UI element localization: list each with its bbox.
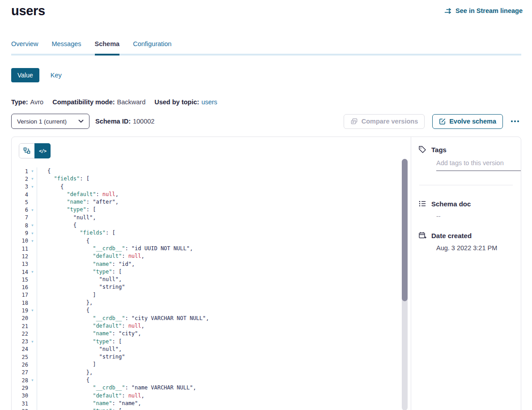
code-line[interactable]: 7 "null", [12,214,411,222]
code-line[interactable]: 11 "__crdb__": "id UUID NOT NULL", [12,245,411,252]
tree-view-icon [23,147,30,154]
date-created-heading: Date created [418,231,514,239]
editor-scrollbar-thumb[interactable] [402,159,408,301]
more-actions-button[interactable] [509,114,521,129]
fold-toggle-icon[interactable]: ▾ [28,167,37,175]
line-number: 23 [12,338,28,345]
code-line[interactable]: 31 "name": "name", [12,400,411,407]
fold-toggle-icon[interactable]: ▾ [28,183,37,191]
topic-users-link[interactable]: users [201,98,217,106]
edit-icon [439,118,446,125]
fold-toggle-icon[interactable]: ▾ [28,206,37,214]
line-number: 29 [12,385,28,391]
line-number: 21 [12,323,28,329]
line-number: 7 [12,214,28,221]
code-line[interactable]: 28▾ { [12,376,411,384]
schema-code-editor[interactable]: </> 1▾{2▾ "fields": [3▾ {4 "default": nu… [12,137,411,410]
code-line[interactable]: 21 "default": null, [12,322,411,330]
line-number: 14 [12,269,28,275]
code-line[interactable]: 4 "default": null, [12,191,411,198]
code-line[interactable]: 9▾ "fields": [ [12,229,411,237]
tree-view-button[interactable] [19,144,34,158]
compare-versions-button[interactable]: Compare versions [344,114,425,129]
code-line[interactable]: 16 "string" [12,283,411,291]
line-number: 10 [12,238,28,244]
meta-compatibility: Compatibility mode:Backward [52,98,145,106]
editor-scrollbar-track[interactable] [402,159,408,410]
code-line[interactable]: 17 ] [12,291,411,299]
add-tags-input[interactable] [436,159,521,171]
code-line[interactable]: 30 "default": null, [12,392,411,400]
stream-lineage-link[interactable]: See in Stream lineage [444,7,523,14]
code-line[interactable]: 27 }, [12,369,411,376]
code-line[interactable]: 20 "__crdb__": "city VARCHAR NOT NULL", [12,315,411,322]
fold-toggle-icon[interactable]: ▾ [28,230,37,237]
meta-topic: Used by topic:users [154,98,217,106]
line-number: 26 [12,362,28,368]
code-line[interactable]: 26 ] [12,361,411,368]
page-title: users [11,4,45,18]
code-line[interactable]: 13 "name": "id", [12,261,411,268]
date-created-value: Aug. 3 2022 3:21 PM [436,244,514,252]
code-line[interactable]: 1▾{ [12,167,411,175]
line-number: 13 [12,261,28,267]
version-select[interactable]: Version 1 (current) [11,114,89,129]
fold-toggle-icon[interactable]: ▾ [28,268,37,276]
tab-overview[interactable]: Overview [11,40,38,54]
line-number: 3 [12,184,28,190]
fold-toggle-icon[interactable]: ▾ [28,407,37,410]
key-tab-link[interactable]: Key [51,72,62,79]
code-line[interactable]: 15 "null", [12,276,411,283]
code-line[interactable]: 22 "name": "city", [12,330,411,337]
versions-icon [350,118,358,125]
code-line[interactable]: 10▾ { [12,237,411,245]
value-tab-button[interactable]: Value [11,68,39,82]
line-number: 16 [12,284,28,290]
code-line[interactable]: 6▾ "type": [ [12,206,411,214]
fold-toggle-icon[interactable]: ▾ [28,376,37,384]
tab-configuration[interactable]: Configuration [133,40,171,54]
line-number: 19 [12,308,28,314]
schema-doc-section: Schema doc -- [418,200,514,220]
code-view-button[interactable]: </> [34,143,51,158]
stream-lineage-icon [444,8,452,14]
line-number: 22 [12,331,28,337]
code-line[interactable]: 32▾ "type": [ [12,407,411,410]
line-number: 12 [12,253,28,260]
code-line[interactable]: 25 "string" [12,353,411,361]
code-line[interactable]: 3▾ { [12,183,411,191]
code-line[interactable]: 8▾ { [12,222,411,229]
editor-view-toggle: </> [19,143,51,158]
evolve-schema-button[interactable]: Evolve schema [432,114,503,129]
fold-toggle-icon[interactable]: ▾ [28,175,37,183]
code-line[interactable]: 19▾ { [12,307,411,314]
fold-toggle-icon[interactable]: ▾ [28,237,37,245]
code-line[interactable]: 18 }, [12,299,411,307]
line-number: 32 [12,408,28,410]
calendar-icon [418,231,426,239]
line-number: 30 [12,393,28,399]
schema-page: { "header": { "title": "users", "lineage… [0,0,532,410]
code-line[interactable]: 12 "default": null, [12,252,411,260]
line-number: 6 [12,207,28,213]
schema-panel: </> 1▾{2▾ "fields": [3▾ {4 "default": nu… [11,137,521,410]
tab-bar: Overview Messages Schema Configuration [11,40,521,56]
line-number: 9 [12,230,28,236]
fold-toggle-icon[interactable]: ▾ [28,222,37,229]
code-line[interactable]: 24 "null", [12,346,411,353]
line-number: 15 [12,277,28,283]
code-line[interactable]: 14▾ "type": [ [12,268,411,276]
tab-schema[interactable]: Schema [95,40,120,54]
code-line[interactable]: 23▾ "type": [ [12,338,411,346]
code-line[interactable]: 5 "name": "after", [12,198,411,206]
schema-meta: Type:Avro Compatibility mode:Backward Us… [11,98,217,106]
fold-toggle-icon[interactable]: ▾ [28,338,37,346]
line-number: 5 [12,199,28,205]
code-line[interactable]: 29 "__crdb__": "name VARCHAR NULL", [12,384,411,392]
line-number: 18 [12,300,28,306]
schema-id: Schema ID:100002 [95,118,154,125]
tab-messages[interactable]: Messages [51,40,81,54]
line-number: 4 [12,192,28,198]
fold-toggle-icon[interactable]: ▾ [28,307,37,314]
code-line[interactable]: 2▾ "fields": [ [12,175,411,183]
